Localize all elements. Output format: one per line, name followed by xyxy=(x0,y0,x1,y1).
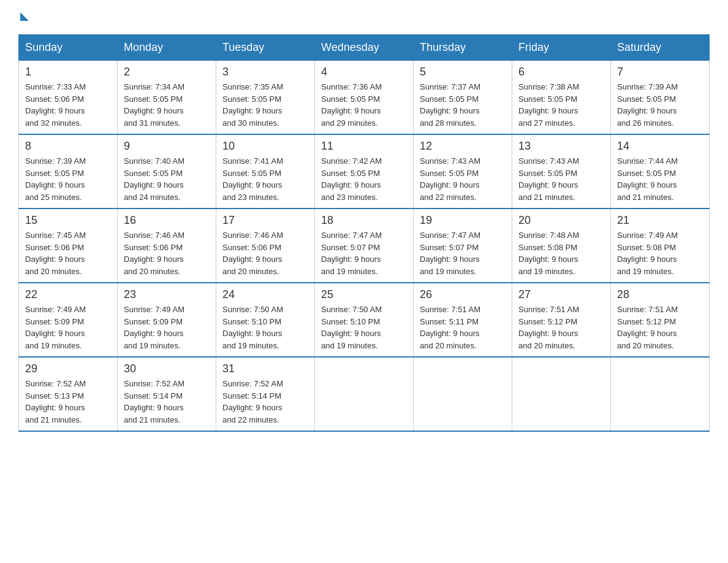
day-info: Sunrise: 7:49 AMSunset: 5:09 PMDaylight:… xyxy=(124,304,210,351)
day-info: Sunrise: 7:43 AMSunset: 5:05 PMDaylight:… xyxy=(420,155,506,203)
calendar-week-row: 15Sunrise: 7:45 AMSunset: 5:06 PMDayligh… xyxy=(19,209,710,283)
calendar-cell: 11Sunrise: 7:42 AMSunset: 5:05 PMDayligh… xyxy=(315,134,414,209)
calendar-week-row: 22Sunrise: 7:49 AMSunset: 5:09 PMDayligh… xyxy=(19,283,710,357)
weekday-header-tuesday: Tuesday xyxy=(216,35,315,61)
day-info: Sunrise: 7:37 AMSunset: 5:05 PMDaylight:… xyxy=(420,81,506,129)
logo-blue-text xyxy=(18,12,29,22)
calendar-cell xyxy=(414,357,512,431)
calendar-cell: 26Sunrise: 7:51 AMSunset: 5:11 PMDayligh… xyxy=(414,283,512,357)
day-info: Sunrise: 7:48 AMSunset: 5:08 PMDaylight:… xyxy=(518,229,604,277)
calendar-cell: 1Sunrise: 7:33 AMSunset: 5:06 PMDaylight… xyxy=(19,61,118,135)
calendar-cell: 24Sunrise: 7:50 AMSunset: 5:10 PMDayligh… xyxy=(216,283,315,357)
day-info: Sunrise: 7:39 AMSunset: 5:05 PMDaylight:… xyxy=(25,155,111,203)
calendar-cell: 8Sunrise: 7:39 AMSunset: 5:05 PMDaylight… xyxy=(19,134,118,209)
day-number: 7 xyxy=(617,66,703,79)
day-info: Sunrise: 7:49 AMSunset: 5:08 PMDaylight:… xyxy=(617,229,703,277)
weekday-header-friday: Friday xyxy=(512,35,611,61)
day-number: 2 xyxy=(124,66,210,79)
logo xyxy=(18,12,29,22)
weekday-header-thursday: Thursday xyxy=(414,35,512,61)
day-number: 1 xyxy=(25,66,111,79)
day-number: 16 xyxy=(124,214,210,227)
calendar-cell: 22Sunrise: 7:49 AMSunset: 5:09 PMDayligh… xyxy=(19,283,118,357)
day-number: 24 xyxy=(222,288,308,301)
day-number: 28 xyxy=(617,288,703,301)
day-info: Sunrise: 7:50 AMSunset: 5:10 PMDaylight:… xyxy=(321,304,407,351)
day-info: Sunrise: 7:41 AMSunset: 5:05 PMDaylight:… xyxy=(222,155,308,203)
day-info: Sunrise: 7:49 AMSunset: 5:09 PMDaylight:… xyxy=(25,304,111,351)
weekday-header-wednesday: Wednesday xyxy=(315,35,414,61)
calendar-cell: 5Sunrise: 7:37 AMSunset: 5:05 PMDaylight… xyxy=(414,61,512,135)
weekday-header-row: SundayMondayTuesdayWednesdayThursdayFrid… xyxy=(19,35,710,61)
day-info: Sunrise: 7:47 AMSunset: 5:07 PMDaylight:… xyxy=(420,229,506,277)
calendar-week-row: 8Sunrise: 7:39 AMSunset: 5:05 PMDaylight… xyxy=(19,134,710,209)
calendar-cell: 3Sunrise: 7:35 AMSunset: 5:05 PMDaylight… xyxy=(216,61,315,135)
weekday-header-monday: Monday xyxy=(118,35,216,61)
calendar-cell: 6Sunrise: 7:38 AMSunset: 5:05 PMDaylight… xyxy=(512,61,611,135)
calendar-cell: 15Sunrise: 7:45 AMSunset: 5:06 PMDayligh… xyxy=(19,209,118,283)
day-number: 17 xyxy=(222,214,308,227)
calendar-cell: 23Sunrise: 7:49 AMSunset: 5:09 PMDayligh… xyxy=(118,283,216,357)
weekday-header-saturday: Saturday xyxy=(611,35,710,61)
calendar-cell: 19Sunrise: 7:47 AMSunset: 5:07 PMDayligh… xyxy=(414,209,512,283)
day-info: Sunrise: 7:46 AMSunset: 5:06 PMDaylight:… xyxy=(124,229,210,277)
calendar-cell: 30Sunrise: 7:52 AMSunset: 5:14 PMDayligh… xyxy=(118,357,216,431)
calendar-cell: 10Sunrise: 7:41 AMSunset: 5:05 PMDayligh… xyxy=(216,134,315,209)
calendar-cell: 12Sunrise: 7:43 AMSunset: 5:05 PMDayligh… xyxy=(414,134,512,209)
calendar-cell: 7Sunrise: 7:39 AMSunset: 5:05 PMDaylight… xyxy=(611,61,710,135)
logo-triangle-icon xyxy=(20,12,29,21)
day-number: 31 xyxy=(222,362,308,375)
calendar-cell: 21Sunrise: 7:49 AMSunset: 5:08 PMDayligh… xyxy=(611,209,710,283)
calendar-cell xyxy=(315,357,414,431)
day-number: 27 xyxy=(518,288,604,301)
calendar-body: 1Sunrise: 7:33 AMSunset: 5:06 PMDaylight… xyxy=(19,61,710,432)
weekday-header-sunday: Sunday xyxy=(19,35,118,61)
day-number: 8 xyxy=(25,140,111,153)
calendar-cell xyxy=(611,357,710,431)
day-info: Sunrise: 7:43 AMSunset: 5:05 PMDaylight:… xyxy=(518,155,604,203)
day-number: 26 xyxy=(420,288,506,301)
day-info: Sunrise: 7:51 AMSunset: 5:12 PMDaylight:… xyxy=(518,304,604,351)
day-info: Sunrise: 7:52 AMSunset: 5:14 PMDaylight:… xyxy=(124,378,210,426)
day-info: Sunrise: 7:40 AMSunset: 5:05 PMDaylight:… xyxy=(124,155,210,203)
day-info: Sunrise: 7:33 AMSunset: 5:06 PMDaylight:… xyxy=(25,81,111,129)
day-info: Sunrise: 7:34 AMSunset: 5:05 PMDaylight:… xyxy=(124,81,210,129)
calendar-cell: 18Sunrise: 7:47 AMSunset: 5:07 PMDayligh… xyxy=(315,209,414,283)
day-info: Sunrise: 7:38 AMSunset: 5:05 PMDaylight:… xyxy=(518,81,604,129)
calendar-cell: 20Sunrise: 7:48 AMSunset: 5:08 PMDayligh… xyxy=(512,209,611,283)
day-info: Sunrise: 7:47 AMSunset: 5:07 PMDaylight:… xyxy=(321,229,407,277)
calendar-week-row: 29Sunrise: 7:52 AMSunset: 5:13 PMDayligh… xyxy=(19,357,710,431)
day-number: 10 xyxy=(222,140,308,153)
calendar-table: SundayMondayTuesdayWednesdayThursdayFrid… xyxy=(18,34,710,432)
day-number: 19 xyxy=(420,214,506,227)
day-info: Sunrise: 7:44 AMSunset: 5:05 PMDaylight:… xyxy=(617,155,703,203)
day-info: Sunrise: 7:36 AMSunset: 5:05 PMDaylight:… xyxy=(321,81,407,129)
day-info: Sunrise: 7:52 AMSunset: 5:14 PMDaylight:… xyxy=(222,378,308,426)
day-info: Sunrise: 7:35 AMSunset: 5:05 PMDaylight:… xyxy=(222,81,308,129)
day-number: 29 xyxy=(25,362,111,375)
day-number: 6 xyxy=(518,66,604,79)
calendar-cell: 14Sunrise: 7:44 AMSunset: 5:05 PMDayligh… xyxy=(611,134,710,209)
calendar-cell: 4Sunrise: 7:36 AMSunset: 5:05 PMDaylight… xyxy=(315,61,414,135)
day-info: Sunrise: 7:51 AMSunset: 5:12 PMDaylight:… xyxy=(617,304,703,351)
calendar-week-row: 1Sunrise: 7:33 AMSunset: 5:06 PMDaylight… xyxy=(19,61,710,135)
day-number: 14 xyxy=(617,140,703,153)
day-number: 9 xyxy=(124,140,210,153)
calendar-cell xyxy=(512,357,611,431)
calendar-cell: 16Sunrise: 7:46 AMSunset: 5:06 PMDayligh… xyxy=(118,209,216,283)
day-info: Sunrise: 7:46 AMSunset: 5:06 PMDaylight:… xyxy=(222,229,308,277)
calendar-cell: 2Sunrise: 7:34 AMSunset: 5:05 PMDaylight… xyxy=(118,61,216,135)
day-number: 22 xyxy=(25,288,111,301)
day-info: Sunrise: 7:45 AMSunset: 5:06 PMDaylight:… xyxy=(25,229,111,277)
day-info: Sunrise: 7:39 AMSunset: 5:05 PMDaylight:… xyxy=(617,81,703,129)
calendar-cell: 28Sunrise: 7:51 AMSunset: 5:12 PMDayligh… xyxy=(611,283,710,357)
calendar-cell: 31Sunrise: 7:52 AMSunset: 5:14 PMDayligh… xyxy=(216,357,315,431)
day-info: Sunrise: 7:50 AMSunset: 5:10 PMDaylight:… xyxy=(222,304,308,351)
day-number: 15 xyxy=(25,214,111,227)
day-info: Sunrise: 7:42 AMSunset: 5:05 PMDaylight:… xyxy=(321,155,407,203)
day-number: 25 xyxy=(321,288,407,301)
day-number: 4 xyxy=(321,66,407,79)
day-info: Sunrise: 7:52 AMSunset: 5:13 PMDaylight:… xyxy=(25,378,111,426)
calendar-header: SundayMondayTuesdayWednesdayThursdayFrid… xyxy=(19,35,710,61)
calendar-cell: 9Sunrise: 7:40 AMSunset: 5:05 PMDaylight… xyxy=(118,134,216,209)
